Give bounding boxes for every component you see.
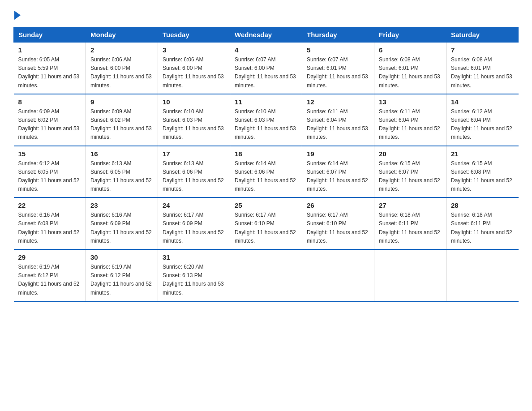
calendar-cell: 9 Sunrise: 6:09 AM Sunset: 6:02 PM Dayli… — [86, 94, 158, 146]
column-header-wednesday: Wednesday — [230, 27, 302, 43]
calendar-week-row: 8 Sunrise: 6:09 AM Sunset: 6:02 PM Dayli… — [14, 94, 519, 146]
calendar-cell: 19 Sunrise: 6:14 AM Sunset: 6:07 PM Dayl… — [302, 146, 374, 198]
day-number: 22 — [18, 201, 82, 209]
calendar-cell: 12 Sunrise: 6:11 AM Sunset: 6:04 PM Dayl… — [302, 94, 374, 146]
day-number: 25 — [235, 201, 297, 209]
calendar-cell: 18 Sunrise: 6:14 AM Sunset: 6:06 PM Dayl… — [230, 146, 302, 198]
day-number: 3 — [163, 46, 225, 54]
calendar-cell: 11 Sunrise: 6:10 AM Sunset: 6:03 PM Dayl… — [230, 94, 302, 146]
day-number: 16 — [90, 150, 153, 158]
day-number: 21 — [451, 150, 514, 158]
calendar-cell: 4 Sunrise: 6:07 AM Sunset: 6:00 PM Dayli… — [230, 43, 302, 94]
calendar-cell: 31 Sunrise: 6:20 AM Sunset: 6:13 PM Dayl… — [158, 249, 230, 301]
day-info: Sunrise: 6:20 AM Sunset: 6:13 PM Dayligh… — [163, 263, 225, 297]
calendar-cell: 27 Sunrise: 6:18 AM Sunset: 6:11 PM Dayl… — [374, 197, 446, 249]
calendar-cell: 6 Sunrise: 6:08 AM Sunset: 6:01 PM Dayli… — [374, 43, 446, 94]
calendar-cell: 24 Sunrise: 6:17 AM Sunset: 6:09 PM Dayl… — [158, 197, 230, 249]
day-info: Sunrise: 6:17 AM Sunset: 6:10 PM Dayligh… — [235, 211, 297, 245]
calendar-cell: 20 Sunrise: 6:15 AM Sunset: 6:07 PM Dayl… — [374, 146, 446, 198]
day-info: Sunrise: 6:19 AM Sunset: 6:12 PM Dayligh… — [18, 263, 82, 297]
day-info: Sunrise: 6:16 AM Sunset: 6:08 PM Dayligh… — [18, 211, 82, 245]
calendar-cell: 21 Sunrise: 6:15 AM Sunset: 6:08 PM Dayl… — [446, 146, 519, 198]
calendar-week-row: 22 Sunrise: 6:16 AM Sunset: 6:08 PM Dayl… — [14, 197, 519, 249]
day-info: Sunrise: 6:06 AM Sunset: 6:00 PM Dayligh… — [163, 56, 225, 90]
day-info: Sunrise: 6:06 AM Sunset: 6:00 PM Dayligh… — [90, 56, 153, 90]
day-number: 2 — [90, 46, 153, 54]
calendar-cell: 8 Sunrise: 6:09 AM Sunset: 6:02 PM Dayli… — [14, 94, 86, 146]
column-header-saturday: Saturday — [446, 27, 519, 43]
day-number: 31 — [163, 253, 225, 261]
column-header-sunday: Sunday — [14, 27, 86, 43]
calendar-cell: 17 Sunrise: 6:13 AM Sunset: 6:06 PM Dayl… — [158, 146, 230, 198]
calendar-cell: 10 Sunrise: 6:10 AM Sunset: 6:03 PM Dayl… — [158, 94, 230, 146]
day-number: 1 — [18, 46, 82, 54]
calendar-table: SundayMondayTuesdayWednesdayThursdayFrid… — [13, 27, 519, 302]
calendar-cell: 16 Sunrise: 6:13 AM Sunset: 6:05 PM Dayl… — [86, 146, 158, 198]
day-number: 29 — [18, 253, 82, 261]
calendar-cell: 5 Sunrise: 6:07 AM Sunset: 6:01 PM Dayli… — [302, 43, 374, 94]
column-header-monday: Monday — [86, 27, 158, 43]
day-info: Sunrise: 6:12 AM Sunset: 6:05 PM Dayligh… — [18, 159, 82, 194]
day-number: 19 — [307, 150, 369, 158]
day-number: 26 — [307, 201, 369, 209]
day-number: 4 — [235, 46, 297, 54]
calendar-cell: 14 Sunrise: 6:12 AM Sunset: 6:04 PM Dayl… — [446, 94, 519, 146]
day-number: 20 — [379, 150, 442, 158]
day-number: 8 — [18, 98, 82, 106]
day-number: 24 — [163, 201, 225, 209]
day-info: Sunrise: 6:19 AM Sunset: 6:12 PM Dayligh… — [90, 263, 153, 297]
logo-arrow-icon — [14, 11, 21, 20]
day-number: 9 — [90, 98, 153, 106]
column-header-thursday: Thursday — [302, 27, 374, 43]
day-number: 15 — [18, 150, 82, 158]
calendar-cell — [446, 249, 519, 301]
calendar-cell: 26 Sunrise: 6:17 AM Sunset: 6:10 PM Dayl… — [302, 197, 374, 249]
day-number: 28 — [451, 201, 514, 209]
day-info: Sunrise: 6:11 AM Sunset: 6:04 PM Dayligh… — [307, 107, 369, 142]
day-info: Sunrise: 6:07 AM Sunset: 6:00 PM Dayligh… — [235, 56, 297, 90]
day-info: Sunrise: 6:09 AM Sunset: 6:02 PM Dayligh… — [90, 107, 153, 142]
day-number: 27 — [379, 201, 442, 209]
column-header-friday: Friday — [374, 27, 446, 43]
day-info: Sunrise: 6:17 AM Sunset: 6:09 PM Dayligh… — [163, 211, 225, 245]
calendar-cell: 29 Sunrise: 6:19 AM Sunset: 6:12 PM Dayl… — [14, 249, 86, 301]
day-number: 14 — [451, 98, 514, 106]
day-info: Sunrise: 6:05 AM Sunset: 5:59 PM Dayligh… — [18, 56, 82, 90]
calendar-cell: 2 Sunrise: 6:06 AM Sunset: 6:00 PM Dayli… — [86, 43, 158, 94]
day-info: Sunrise: 6:13 AM Sunset: 6:06 PM Dayligh… — [163, 159, 225, 194]
day-info: Sunrise: 6:10 AM Sunset: 6:03 PM Dayligh… — [163, 107, 225, 142]
day-info: Sunrise: 6:12 AM Sunset: 6:04 PM Dayligh… — [451, 107, 514, 142]
calendar-cell — [302, 249, 374, 301]
day-info: Sunrise: 6:09 AM Sunset: 6:02 PM Dayligh… — [18, 107, 82, 142]
day-number: 5 — [307, 46, 369, 54]
day-number: 11 — [235, 98, 297, 106]
day-info: Sunrise: 6:07 AM Sunset: 6:01 PM Dayligh… — [307, 56, 369, 90]
day-info: Sunrise: 6:10 AM Sunset: 6:03 PM Dayligh… — [235, 107, 297, 142]
column-header-tuesday: Tuesday — [158, 27, 230, 43]
day-info: Sunrise: 6:11 AM Sunset: 6:04 PM Dayligh… — [379, 107, 442, 142]
calendar-header-row: SundayMondayTuesdayWednesdayThursdayFrid… — [14, 27, 519, 43]
day-number: 13 — [379, 98, 442, 106]
calendar-cell: 22 Sunrise: 6:16 AM Sunset: 6:08 PM Dayl… — [14, 197, 86, 249]
calendar-cell: 13 Sunrise: 6:11 AM Sunset: 6:04 PM Dayl… — [374, 94, 446, 146]
day-info: Sunrise: 6:08 AM Sunset: 6:01 PM Dayligh… — [451, 56, 514, 90]
logo — [13, 9, 21, 18]
day-info: Sunrise: 6:13 AM Sunset: 6:05 PM Dayligh… — [90, 159, 153, 194]
day-number: 30 — [90, 253, 153, 261]
calendar-cell: 28 Sunrise: 6:18 AM Sunset: 6:11 PM Dayl… — [446, 197, 519, 249]
calendar-cell: 30 Sunrise: 6:19 AM Sunset: 6:12 PM Dayl… — [86, 249, 158, 301]
calendar-week-row: 15 Sunrise: 6:12 AM Sunset: 6:05 PM Dayl… — [14, 146, 519, 198]
page-header — [13, 9, 519, 18]
calendar-week-row: 1 Sunrise: 6:05 AM Sunset: 5:59 PM Dayli… — [14, 43, 519, 94]
calendar-cell — [230, 249, 302, 301]
day-number: 18 — [235, 150, 297, 158]
day-number: 23 — [90, 201, 153, 209]
day-number: 12 — [307, 98, 369, 106]
day-info: Sunrise: 6:14 AM Sunset: 6:06 PM Dayligh… — [235, 159, 297, 194]
day-number: 7 — [451, 46, 514, 54]
day-info: Sunrise: 6:18 AM Sunset: 6:11 PM Dayligh… — [451, 211, 514, 245]
day-info: Sunrise: 6:08 AM Sunset: 6:01 PM Dayligh… — [379, 56, 442, 90]
day-info: Sunrise: 6:15 AM Sunset: 6:07 PM Dayligh… — [379, 159, 442, 194]
day-number: 10 — [163, 98, 225, 106]
day-number: 17 — [163, 150, 225, 158]
